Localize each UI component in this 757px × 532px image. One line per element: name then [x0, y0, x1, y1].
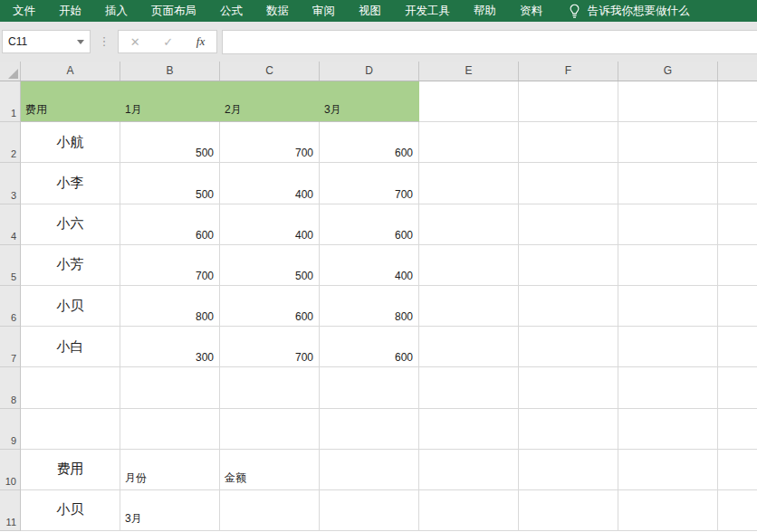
name-box[interactable]: C11 [2, 30, 91, 53]
cell-B1[interactable]: 1月 [120, 81, 220, 122]
cell-F2[interactable] [519, 122, 618, 163]
cell-C5[interactable]: 500 [220, 245, 320, 286]
cell-G5[interactable] [618, 245, 718, 286]
tell-me-box[interactable]: 告诉我你想要做什么 [554, 4, 690, 19]
cell-D1[interactable]: 3月 [320, 81, 419, 122]
cell-A9[interactable] [21, 409, 120, 450]
column-header-E[interactable]: E [419, 62, 519, 81]
cell-F9[interactable] [519, 409, 618, 450]
cell-F7[interactable] [519, 327, 618, 367]
row-header-3[interactable]: 3 [0, 163, 21, 204]
cell-A7[interactable]: 小白 [21, 327, 120, 367]
cell-C9[interactable] [220, 409, 320, 450]
cell-H4[interactable] [718, 204, 757, 245]
cell-H6[interactable] [718, 286, 757, 327]
cell-C3[interactable]: 400 [220, 163, 320, 204]
row-header-7[interactable]: 7 [0, 327, 21, 367]
cell-H3[interactable] [718, 163, 757, 204]
cell-E4[interactable] [419, 204, 519, 245]
cell-E1[interactable] [419, 81, 519, 122]
cell-B9[interactable] [120, 409, 220, 450]
cell-C2[interactable]: 700 [220, 122, 320, 163]
cell-E2[interactable] [419, 122, 519, 163]
cell-E3[interactable] [419, 163, 519, 204]
cell-B7[interactable]: 300 [120, 327, 220, 367]
column-header-H-partial[interactable] [718, 62, 757, 81]
cell-B3[interactable]: 500 [120, 163, 220, 204]
cell-G11[interactable] [618, 490, 718, 531]
column-header-G[interactable]: G [618, 62, 718, 81]
menu-insert[interactable]: 插入 [93, 4, 139, 19]
cell-H1[interactable] [718, 81, 757, 122]
menu-ziliao[interactable]: 资料 [508, 4, 554, 19]
chevron-down-icon[interactable] [77, 40, 84, 44]
menu-view[interactable]: 视图 [347, 4, 393, 19]
menu-page-layout[interactable]: 页面布局 [139, 4, 208, 19]
select-all-corner[interactable] [0, 62, 21, 81]
cell-D7[interactable]: 600 [320, 327, 419, 367]
row-header-11[interactable]: 11 [0, 490, 21, 531]
resize-dots-icon[interactable]: ⋮ [91, 30, 118, 53]
row-header-8[interactable]: 8 [0, 367, 21, 408]
row-header-1[interactable]: 1 [0, 81, 21, 122]
cell-F8[interactable] [519, 367, 618, 408]
cell-F3[interactable] [519, 163, 618, 204]
cell-A6[interactable]: 小贝 [21, 286, 120, 327]
cell-A10[interactable]: 费用 [21, 450, 120, 490]
row-header-5[interactable]: 5 [0, 245, 21, 286]
cell-A8[interactable] [21, 367, 120, 408]
row-header-4[interactable]: 4 [0, 204, 21, 245]
cell-H2[interactable] [718, 122, 757, 163]
cell-C11[interactable] [220, 490, 320, 531]
cancel-icon[interactable]: ✕ [130, 35, 140, 49]
cell-G8[interactable] [618, 367, 718, 408]
cell-C10[interactable]: 金额 [220, 450, 320, 490]
cell-B10[interactable]: 月份 [120, 450, 220, 490]
cell-B6[interactable]: 800 [120, 286, 220, 327]
row-header-2[interactable]: 2 [0, 122, 21, 163]
cell-G10[interactable] [618, 450, 718, 490]
cell-E11[interactable] [419, 490, 519, 531]
cell-A4[interactable]: 小六 [21, 204, 120, 245]
cell-B8[interactable] [120, 367, 220, 408]
menu-help[interactable]: 帮助 [462, 4, 508, 19]
cell-H10[interactable] [718, 450, 757, 490]
menu-review[interactable]: 审阅 [301, 4, 347, 19]
cell-A2[interactable]: 小航 [21, 122, 120, 163]
cell-C4[interactable]: 400 [220, 204, 320, 245]
cell-D8[interactable] [320, 367, 419, 408]
enter-icon[interactable]: ✓ [163, 35, 173, 49]
cell-B4[interactable]: 600 [120, 204, 220, 245]
cell-D3[interactable]: 700 [320, 163, 419, 204]
cell-F5[interactable] [519, 245, 618, 286]
cell-C6[interactable]: 600 [220, 286, 320, 327]
column-header-F[interactable]: F [519, 62, 618, 81]
cell-E5[interactable] [419, 245, 519, 286]
cell-C1[interactable]: 2月 [220, 81, 320, 122]
cell-E10[interactable] [419, 450, 519, 490]
cell-F4[interactable] [519, 204, 618, 245]
column-header-A[interactable]: A [21, 62, 120, 81]
cell-C8[interactable] [220, 367, 320, 408]
cell-G6[interactable] [618, 286, 718, 327]
column-header-D[interactable]: D [320, 62, 419, 81]
row-header-9[interactable]: 9 [0, 409, 21, 450]
cell-D2[interactable]: 600 [320, 122, 419, 163]
cell-D9[interactable] [320, 409, 419, 450]
cell-E8[interactable] [419, 367, 519, 408]
cell-G2[interactable] [618, 122, 718, 163]
cell-G3[interactable] [618, 163, 718, 204]
cell-D5[interactable]: 400 [320, 245, 419, 286]
cell-B2[interactable]: 500 [120, 122, 220, 163]
cell-G9[interactable] [618, 409, 718, 450]
cell-F11[interactable] [519, 490, 618, 531]
cell-D4[interactable]: 600 [320, 204, 419, 245]
cell-A3[interactable]: 小李 [21, 163, 120, 204]
menu-data[interactable]: 数据 [254, 4, 301, 19]
cell-F1[interactable] [519, 81, 618, 122]
cell-G4[interactable] [618, 204, 718, 245]
cell-D6[interactable]: 800 [320, 286, 419, 327]
cell-B5[interactable]: 700 [120, 245, 220, 286]
column-header-B[interactable]: B [120, 62, 220, 81]
cell-E9[interactable] [419, 409, 519, 450]
